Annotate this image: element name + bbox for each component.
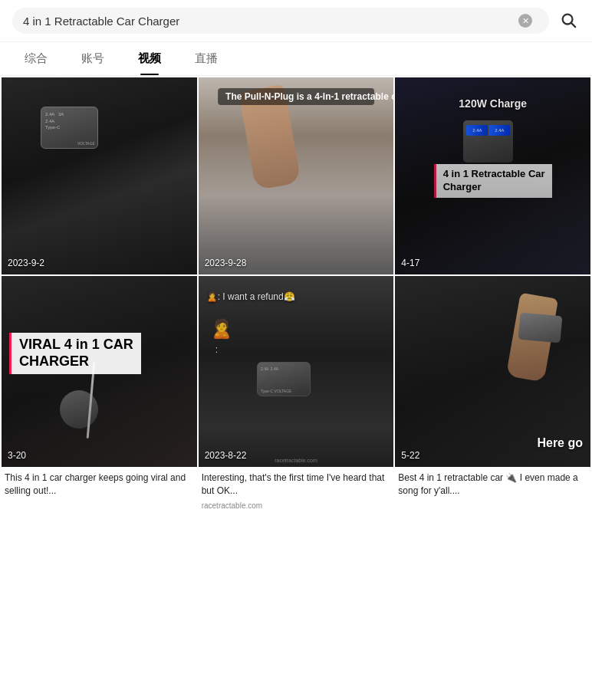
viral-text: VIRAL 4 in 1 CARCHARGER [19, 337, 133, 370]
charger-box-text: 4 in 1 Retractable CarCharger [443, 168, 545, 194]
video-card-3[interactable]: 120W Charge 2.4A 2.4A 4 in 1 Retractable… [395, 77, 590, 274]
video-card-1[interactable]: 2.4A 3A2.4AType-C VOLTAGE 2023-9-2 "Boos… [2, 77, 197, 274]
video-card-5[interactable]: 🙎: I want a refund😤 🙎 : 2.4A 2.4A Type-C… [199, 276, 394, 468]
tab-account[interactable]: 账号 [64, 42, 121, 75]
viral-box: VIRAL 4 in 1 CARCHARGER [9, 333, 141, 373]
video-info-4: This 4 in 1 car charger keeps going vira… [2, 467, 197, 504]
overlay-date-3: 4-17 [401, 258, 419, 268]
overlay-date-4: 3-20 [8, 450, 26, 461]
tabs-bar: 综合 账号 视频 直播 [0, 42, 592, 76]
video-meta-5: racetractable.com [202, 501, 391, 510]
overlay-120w: 120W Charge [459, 97, 527, 110]
overlay-date-2: 2023-9-28 [205, 258, 247, 268]
video-card-4[interactable]: VIRAL 4 in 1 CARCHARGER 3-20 This 4 in 1… [2, 276, 197, 468]
video-info-6: Best 4 in 1 retractable car 🔌 I even mad… [395, 467, 590, 504]
tab-video[interactable]: 视频 [121, 42, 178, 75]
video-card-2[interactable]: The Pull-N-Plug is a 4-In-1 retractable … [199, 77, 394, 274]
search-bar: ✕ [0, 0, 592, 42]
search-input-wrapper: ✕ [12, 8, 549, 34]
overlay-refund: 🙎: I want a refund😤 [206, 291, 295, 302]
clear-icon[interactable]: ✕ [518, 14, 532, 28]
video-desc-5: Interesting, that's the first time I've … [202, 472, 391, 498]
overlay-date-5: 2023-8-22 [205, 450, 247, 461]
search-input[interactable] [23, 15, 518, 28]
tab-live[interactable]: 直播 [178, 42, 235, 75]
video-desc-6: Best 4 in 1 retractable car 🔌 I even mad… [398, 472, 587, 498]
video-card-6[interactable]: Here go 5-22 Best 4 in 1 retractable car… [395, 276, 590, 468]
tab-comprehensive[interactable]: 综合 [8, 42, 64, 75]
website-tag: racetractable.com [275, 458, 317, 463]
overlay-date-6: 5-22 [401, 450, 419, 461]
overlay-date-1: 2023-9-2 [8, 258, 44, 268]
video-info-5: Interesting, that's the first time I've … [199, 467, 394, 513]
overlay-here-go: Here go [537, 436, 583, 450]
search-button[interactable] [557, 8, 580, 34]
overlay-pull-n-plug: The Pull-N-Plug is a 4-In-1 retractable … [218, 88, 374, 105]
video-desc-4: This 4 in 1 car charger keeps going vira… [5, 472, 194, 498]
video-grid: 2.4A 3A2.4AType-C VOLTAGE 2023-9-2 "Boos… [0, 76, 592, 468]
svg-line-1 [571, 23, 575, 27]
username-5: racetractable.com [202, 501, 391, 510]
